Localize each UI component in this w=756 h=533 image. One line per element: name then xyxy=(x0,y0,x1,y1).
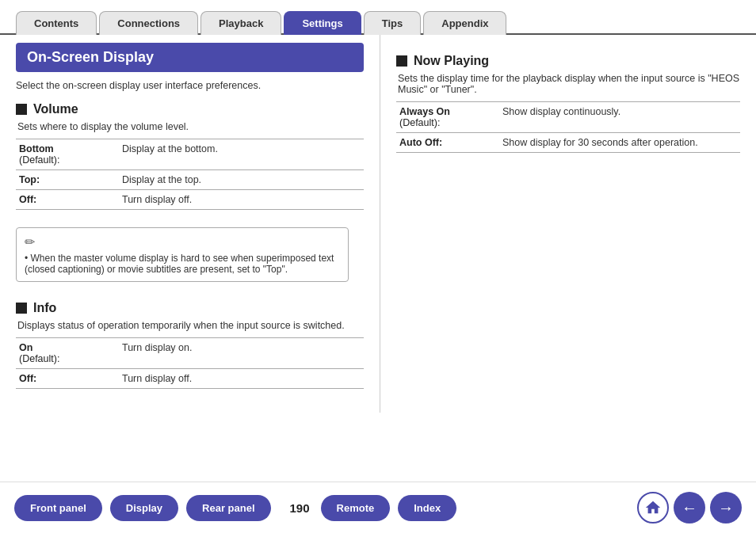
volume-row2-label: Top: xyxy=(16,170,119,190)
volume-row2-value: Display at the top. xyxy=(119,170,364,190)
front-panel-button[interactable]: Front panel xyxy=(14,495,102,521)
back-button[interactable]: ← xyxy=(674,492,705,523)
now-playing-square-icon xyxy=(396,55,407,67)
tab-settings[interactable]: Settings xyxy=(284,11,361,35)
home-icon xyxy=(644,499,662,516)
info-section-header: Info xyxy=(16,301,364,315)
np-row2-label: Auto Off: xyxy=(396,133,499,153)
right-column: Now Playing Sets the display time for th… xyxy=(380,35,756,413)
volume-heading: Volume xyxy=(33,102,78,116)
volume-table: Bottom (Default): Display at the bottom.… xyxy=(16,139,364,210)
tab-appendix[interactable]: Appendix xyxy=(423,11,506,35)
np-row1-value: Show display continuously. xyxy=(499,102,740,133)
volume-row1-label: Bottom (Default): xyxy=(16,139,119,170)
now-playing-table: Always On (Default): Show display contin… xyxy=(396,101,740,153)
np-row2-value: Show display for 30 seconds after operat… xyxy=(499,133,740,153)
forward-arrow-icon: → xyxy=(718,499,734,517)
volume-description: Sets where to display the volume level. xyxy=(17,121,364,132)
info-row1-value: Turn display on. xyxy=(119,338,364,369)
table-row: Bottom (Default): Display at the bottom. xyxy=(16,139,364,170)
now-playing-section-header: Now Playing xyxy=(396,54,740,68)
volume-row1-value: Display at the bottom. xyxy=(119,139,364,170)
tab-contents[interactable]: Contents xyxy=(16,11,97,35)
forward-button[interactable]: → xyxy=(710,492,742,523)
info-row1-label: On (Default): xyxy=(16,338,119,369)
top-navigation: Contents Connections Playback Settings T… xyxy=(0,0,756,35)
rear-panel-button[interactable]: Rear panel xyxy=(186,495,270,521)
table-row: Top: Display at the top. xyxy=(16,170,364,190)
table-row: Always On (Default): Show display contin… xyxy=(396,102,740,133)
np-row1-label: Always On (Default): xyxy=(396,102,499,133)
volume-row3-label: Off: xyxy=(16,190,119,210)
remote-button[interactable]: Remote xyxy=(321,495,391,521)
volume-square-icon xyxy=(16,104,27,115)
tab-playback[interactable]: Playback xyxy=(200,11,281,35)
info-heading: Info xyxy=(33,301,56,315)
table-row: Off: Turn display off. xyxy=(16,190,364,210)
bottom-navigation: Front panel Display Rear panel 190 Remot… xyxy=(0,482,756,533)
tab-tips[interactable]: Tips xyxy=(364,11,422,35)
page-subtitle: Select the on-screen display user interf… xyxy=(16,80,364,91)
tab-connections[interactable]: Connections xyxy=(99,11,198,35)
note-text: When the master volume display is hard t… xyxy=(25,253,340,275)
info-table: On (Default): Turn display on. Off: Turn… xyxy=(16,337,364,389)
back-arrow-icon: ← xyxy=(682,499,697,517)
info-row2-value: Turn display off. xyxy=(119,369,364,389)
info-square-icon xyxy=(16,303,27,314)
table-row: Auto Off: Show display for 30 seconds af… xyxy=(396,133,740,153)
display-button[interactable]: Display xyxy=(110,495,178,521)
volume-section-header: Volume xyxy=(16,102,364,116)
note-box: ✏ When the master volume display is hard… xyxy=(16,227,349,282)
table-row: Off: Turn display off. xyxy=(16,369,364,389)
left-column: On-Screen Display Select the on-screen d… xyxy=(0,35,380,413)
info-row2-label: Off: xyxy=(16,369,119,389)
table-row: On (Default): Turn display on. xyxy=(16,338,364,369)
info-description: Displays status of operation temporarily… xyxy=(17,320,364,331)
home-button[interactable] xyxy=(637,492,669,523)
index-button[interactable]: Index xyxy=(398,495,456,521)
pencil-icon: ✏ xyxy=(25,234,340,249)
volume-row3-value: Turn display off. xyxy=(119,190,364,210)
page-number: 190 xyxy=(290,501,310,515)
now-playing-heading: Now Playing xyxy=(414,54,489,68)
main-content: On-Screen Display Select the on-screen d… xyxy=(0,35,756,413)
page-title: On-Screen Display xyxy=(16,43,364,72)
now-playing-description: Sets the display time for the playback d… xyxy=(398,73,740,95)
